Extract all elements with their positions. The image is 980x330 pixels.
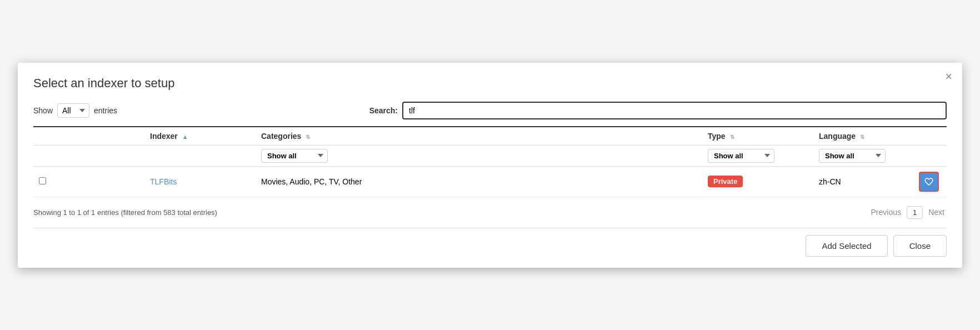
wrench-icon <box>924 177 934 187</box>
language-sort-icon: ⇅ <box>860 134 864 140</box>
th-categories[interactable]: Categories ⇅ <box>256 127 702 146</box>
language-filter-select[interactable]: Show all <box>819 149 886 163</box>
row-type-cell: Private <box>702 166 813 197</box>
type-badge: Private <box>708 176 743 187</box>
indexer-sort-icon: ▲ <box>182 133 188 140</box>
show-entries-control: Show All 10 25 50 100 entries <box>33 103 117 118</box>
filter-checkbox-cell <box>33 145 144 166</box>
filter-type-cell: Show all <box>702 145 813 166</box>
filter-categories-cell: Show all <box>256 145 702 166</box>
indexer-name-link[interactable]: TLFBits <box>150 177 177 186</box>
filter-row: Show all Show all Show all <box>33 145 947 166</box>
search-row: Search: <box>369 102 947 119</box>
table-header-row: Indexer ▲ Categories ⇅ Type ⇅ Language ⇅ <box>33 127 947 146</box>
filter-action-cell <box>913 145 947 166</box>
modal-close-button[interactable]: × <box>945 71 952 83</box>
add-selected-button[interactable]: Add Selected <box>806 235 887 257</box>
categories-sort-icon: ⇅ <box>306 134 310 140</box>
entries-label: entries <box>94 106 117 115</box>
row-checkbox[interactable] <box>39 177 46 184</box>
th-type[interactable]: Type ⇅ <box>702 127 813 146</box>
type-filter-select[interactable]: Show all <box>708 149 774 163</box>
row-categories-value: Movies, Audio, PC, TV, Other <box>261 177 362 186</box>
status-text: Showing 1 to 1 of 1 entries (filtered fr… <box>33 208 217 217</box>
search-input[interactable] <box>402 102 947 119</box>
status-row: Showing 1 to 1 of 1 entries (filtered fr… <box>33 206 947 219</box>
table-row: TLFBits Movies, Audio, PC, TV, Other Pri… <box>33 166 947 197</box>
indexer-setup-modal: × Select an indexer to setup Show All 10… <box>18 63 962 268</box>
show-label: Show <box>33 106 53 115</box>
previous-page-button[interactable]: Previous <box>869 207 903 218</box>
row-language-value: zh-CN <box>819 177 841 186</box>
close-button[interactable]: Close <box>893 235 947 257</box>
type-sort-icon: ⇅ <box>730 134 734 140</box>
current-page-number: 1 <box>907 206 923 219</box>
setup-button[interactable] <box>919 172 939 192</box>
footer-divider <box>33 228 947 228</box>
indexer-table: Indexer ▲ Categories ⇅ Type ⇅ Language ⇅ <box>33 127 947 197</box>
indexer-table-wrapper: Indexer ▲ Categories ⇅ Type ⇅ Language ⇅ <box>33 126 947 197</box>
filter-indexer-cell <box>144 145 256 166</box>
th-indexer[interactable]: Indexer ▲ <box>144 127 256 146</box>
modal-title: Select an indexer to setup <box>33 76 947 91</box>
categories-filter-select[interactable]: Show all <box>261 149 328 163</box>
controls-row: Show All 10 25 50 100 entries Search: <box>33 102 947 119</box>
next-page-button[interactable]: Next <box>926 207 947 218</box>
pagination: Previous 1 Next <box>869 206 947 219</box>
row-indexer-cell: TLFBits <box>144 166 256 197</box>
search-label: Search: <box>369 106 398 115</box>
row-action-cell <box>913 166 947 197</box>
filter-language-cell: Show all <box>813 145 913 166</box>
th-action <box>913 127 947 146</box>
th-language[interactable]: Language ⇅ <box>813 127 913 146</box>
row-checkbox-cell <box>33 166 144 197</box>
row-categories-cell: Movies, Audio, PC, TV, Other <box>256 166 702 197</box>
row-language-cell: zh-CN <box>813 166 913 197</box>
footer-buttons: Add Selected Close <box>33 235 947 257</box>
show-entries-select[interactable]: All 10 25 50 100 <box>57 103 89 118</box>
th-checkbox <box>33 127 144 146</box>
